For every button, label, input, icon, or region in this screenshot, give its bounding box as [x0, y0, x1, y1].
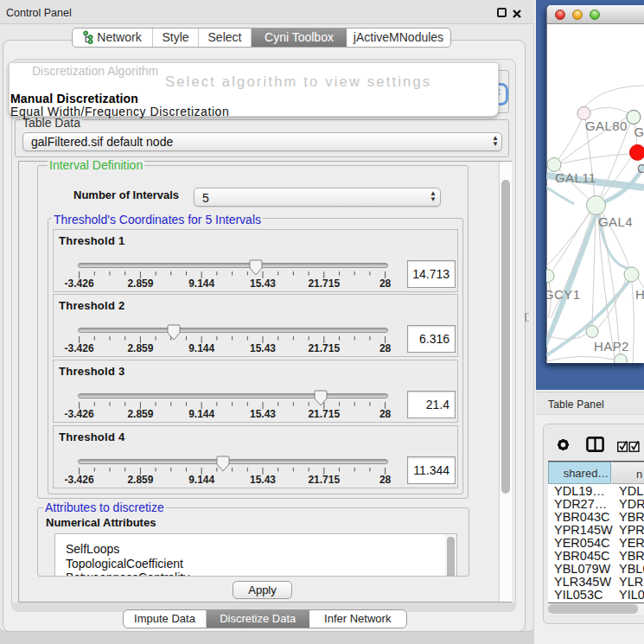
- svg-text:21.715: 21.715: [308, 408, 340, 420]
- svg-text:28: 28: [379, 474, 392, 486]
- svg-text:28: 28: [379, 408, 392, 420]
- svg-text:9.144: 9.144: [188, 474, 214, 486]
- svg-text:15.43: 15.43: [250, 277, 276, 290]
- svg-text:15.43: 15.43: [250, 342, 276, 354]
- svg-text:28: 28: [379, 277, 392, 290]
- svg-text:2.859: 2.859: [127, 474, 153, 486]
- svg-text:15.43: 15.43: [250, 474, 276, 486]
- svg-text:-3.426: -3.426: [65, 277, 94, 290]
- svg-text:G: G: [634, 124, 644, 139]
- svg-text:9.144: 9.144: [188, 342, 214, 354]
- svg-text:21.715: 21.715: [308, 474, 340, 486]
- svg-text:-3.426: -3.426: [65, 408, 94, 420]
- svg-text:2.859: 2.859: [127, 342, 153, 354]
- svg-text:GAL11: GAL11: [555, 170, 596, 185]
- svg-text:-3.426: -3.426: [65, 474, 94, 486]
- svg-text:-3.426: -3.426: [65, 342, 94, 354]
- svg-text:21.715: 21.715: [308, 342, 340, 354]
- svg-text:21.715: 21.715: [308, 277, 340, 290]
- svg-text:C: C: [637, 161, 644, 175]
- svg-text:HAP2: HAP2: [594, 339, 629, 354]
- svg-text:9.144: 9.144: [188, 408, 214, 420]
- svg-text:H: H: [635, 287, 644, 302]
- svg-text:2.859: 2.859: [127, 277, 153, 290]
- svg-text:2.859: 2.859: [127, 408, 153, 420]
- svg-text:GCY1: GCY1: [546, 287, 580, 302]
- svg-text:28: 28: [379, 342, 392, 354]
- svg-text:9.144: 9.144: [188, 277, 214, 290]
- svg-text:GAL4: GAL4: [598, 214, 633, 229]
- svg-text:GAL80: GAL80: [585, 118, 628, 133]
- svg-text:15.43: 15.43: [250, 408, 276, 420]
